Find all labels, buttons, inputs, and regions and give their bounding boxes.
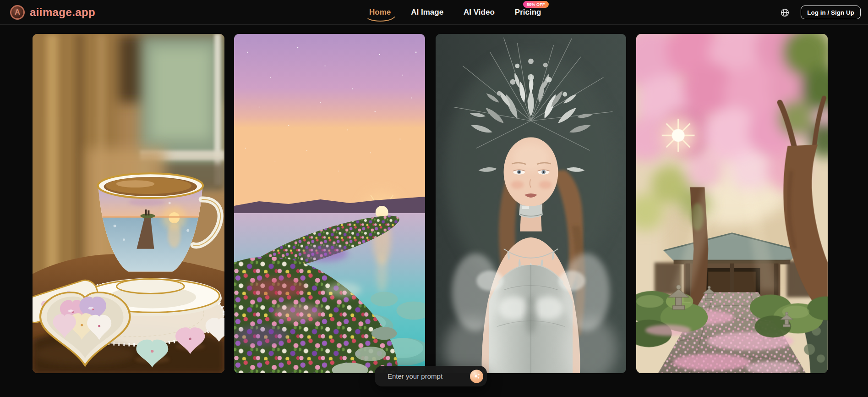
gallery-image-silver-portrait	[436, 34, 626, 373]
nav-item-ai-image[interactable]: AI Image	[411, 0, 443, 25]
gallery-card-silver-portrait[interactable]	[436, 34, 626, 373]
gallery-image-cherry-blossom	[636, 34, 828, 373]
main-nav: Home AI Image AI Video Pricing 50% OFF	[369, 0, 541, 25]
nav-item-ai-video-label: AI Video	[464, 8, 495, 17]
gallery-card-teacup[interactable]	[33, 34, 224, 373]
top-navigation-bar: A aiimage.app Home AI Image AI Video Pri…	[0, 0, 868, 25]
nav-item-ai-video[interactable]: AI Video	[464, 0, 495, 25]
discount-badge: 50% OFF	[523, 1, 549, 8]
brand-logo-letter: A	[15, 8, 20, 16]
gallery-image-teacup	[33, 34, 224, 373]
brand-logo[interactable]: A aiimage.app	[10, 0, 95, 25]
brand-name: aiimage.app	[30, 6, 95, 19]
nav-item-home[interactable]: Home	[369, 0, 391, 25]
prompt-bar	[375, 366, 487, 386]
brand-logo-icon: A	[10, 5, 25, 20]
header-actions: Log in / Sign Up	[780, 0, 861, 25]
generate-button[interactable]	[470, 369, 483, 383]
login-signup-button[interactable]: Log in / Sign Up	[801, 6, 861, 19]
gallery-card-flower-island[interactable]	[234, 34, 425, 373]
gallery-image-flower-island	[234, 34, 425, 373]
nav-item-ai-image-label: AI Image	[411, 8, 443, 17]
nav-item-pricing[interactable]: Pricing 50% OFF	[515, 0, 541, 25]
gallery-card-cherry-blossom[interactable]	[636, 34, 828, 373]
sparkles-icon	[473, 373, 480, 380]
active-underline	[365, 15, 396, 22]
nav-item-pricing-label: Pricing	[515, 8, 541, 17]
prompt-input[interactable]	[387, 372, 466, 380]
language-globe-icon[interactable]	[780, 7, 790, 17]
